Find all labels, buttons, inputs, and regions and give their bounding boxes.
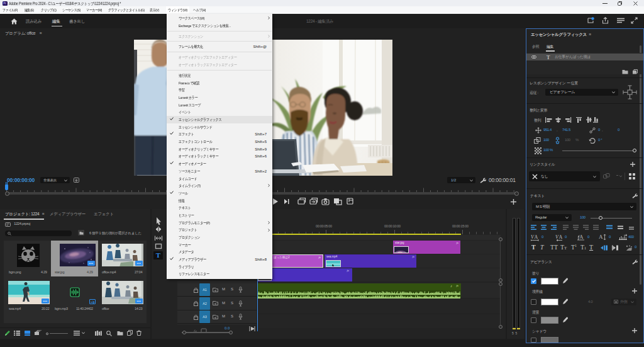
svg-text:A: A [599, 234, 603, 240]
svg-text:A: A [535, 234, 538, 240]
svg-text:A: A [579, 234, 584, 240]
svg-text:A: A [559, 234, 563, 240]
